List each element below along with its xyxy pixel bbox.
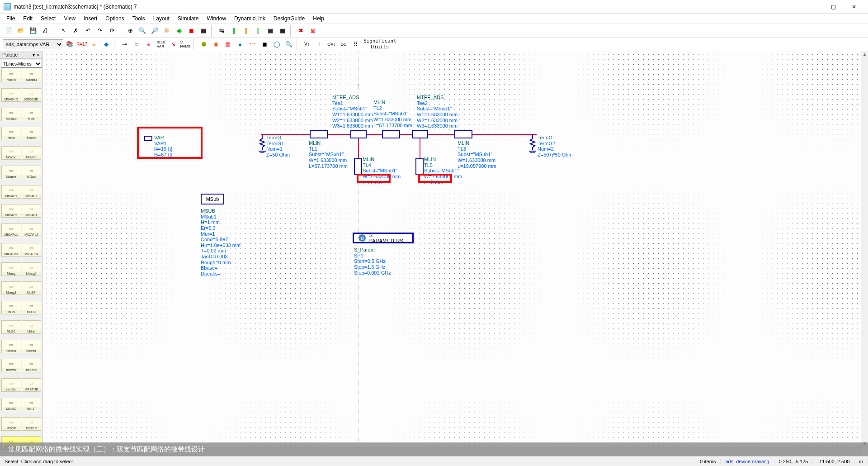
drc2-button[interactable]: ⊠ xyxy=(307,25,319,37)
msub-block[interactable]: MSUB MSub1 H=1 mmEr=5.3Mur=1Cond=5.8e7Hu… xyxy=(201,208,241,277)
palette-item-mloc[interactable]: ▭MLOC xyxy=(22,301,42,314)
close-button[interactable]: ✕ xyxy=(844,0,864,14)
print-button[interactable]: 🖨 xyxy=(39,25,51,37)
palette-item-mofil[interactable]: ▭Mofil xyxy=(22,108,42,121)
menu-layout[interactable]: Layout xyxy=(150,14,173,23)
undo-button[interactable]: ↶ xyxy=(82,25,94,37)
comp-box-tl3[interactable] xyxy=(454,130,472,138)
palette-item-rindsbr[interactable]: ▭rindsbr xyxy=(1,378,21,392)
component-combo[interactable]: ads_datacmps:VAR xyxy=(3,39,63,49)
palette-item-mrind[interactable]: ▭Mrind xyxy=(22,320,42,334)
palette-item-mlang6[interactable]: ▭Mlang6 xyxy=(22,262,42,276)
comp-box-tl5[interactable] xyxy=(415,158,424,175)
sim2-button[interactable]: ◉ xyxy=(210,38,222,50)
rotate-button[interactable]: ⟳ xyxy=(106,25,118,37)
palette-item-micapo4[interactable]: ▭MICAPo4 xyxy=(22,243,42,257)
palette-item-mclin[interactable]: ▭Mclin xyxy=(1,127,21,140)
zoom-fit2-button[interactable]: ◉ xyxy=(173,25,185,37)
var-icon[interactable] xyxy=(144,136,152,141)
palette-item-micapo1[interactable]: ▭MICAPo1 xyxy=(1,223,21,237)
sparam-header[interactable]: ✿ S-PARAMETERS xyxy=(353,233,414,243)
mtee2-block[interactable]: MTEE_ADS Tee2 Subst="MSub1"W1=1.633000 m… xyxy=(417,95,458,129)
sim3-button[interactable]: ▦ xyxy=(222,38,234,50)
wire-button[interactable]: ⊸ xyxy=(118,38,130,50)
gnd-button[interactable]: ⏚ xyxy=(143,38,155,50)
zoom-fit-button[interactable]: ⚙ xyxy=(161,25,173,37)
comp-box-tl1[interactable] xyxy=(310,130,328,138)
palette-item-mbstub[interactable]: ▭MBstub xyxy=(1,108,21,121)
sparam-block[interactable]: S_Param SP1 Start=0.5 GHzStop=1.5 GHzSte… xyxy=(354,247,391,276)
library-button[interactable]: 📚 xyxy=(64,38,75,50)
termg1-block[interactable]: TermG TermG1 Num=1Z=50 Ohm xyxy=(266,135,290,158)
palette-item-rindnbr[interactable]: ▭rindnbr xyxy=(22,340,42,353)
marker-pts-button[interactable]: ⠿ xyxy=(350,38,362,50)
new-button[interactable]: 📄 xyxy=(3,25,14,37)
comp-box-tl2[interactable] xyxy=(382,130,400,138)
marker-v-button[interactable]: V↕ xyxy=(301,38,313,50)
palette-item-rindelm[interactable]: ▭rindelm xyxy=(22,359,42,372)
marker-dc-button[interactable]: DC xyxy=(338,38,349,50)
menu-tools[interactable]: Tools xyxy=(129,14,149,23)
zoom-window-button[interactable]: ⊕ xyxy=(124,25,136,37)
termg1-symbol[interactable] xyxy=(258,135,267,153)
palette-menu-icon[interactable]: ▾ xyxy=(32,52,36,57)
maximize-button[interactable]: ▢ xyxy=(823,0,844,14)
palette-item-mlang[interactable]: ▭Mlang xyxy=(1,262,21,276)
mirror-button[interactable]: ↹ xyxy=(216,25,227,37)
palette-item-maclin[interactable]: ▭Maclin xyxy=(1,69,21,82)
menu-help[interactable]: Help xyxy=(309,14,328,23)
palette-item-micap2[interactable]: ▭MICAP2 xyxy=(22,185,42,199)
menu-options[interactable]: Options xyxy=(102,14,127,23)
pan-button[interactable]: ✗ xyxy=(70,25,81,37)
menu-simulate[interactable]: Simulate xyxy=(174,14,203,23)
grid-button[interactable]: ▦ xyxy=(198,25,209,37)
minimize-button[interactable]: — xyxy=(802,0,823,14)
sim6-button[interactable]: ◼ xyxy=(259,38,270,50)
sim7-button[interactable]: ◯ xyxy=(271,38,283,50)
palette-item-micapo2[interactable]: ▭MICAPo2 xyxy=(22,223,42,237)
palette-item-mlef[interactable]: ▭MLEF xyxy=(22,281,42,295)
menu-file[interactable]: File xyxy=(3,14,19,23)
palette-item-mrstub[interactable]: ▭MRSTUB xyxy=(22,378,42,392)
palette-item-mlsc[interactable]: ▭MLSC xyxy=(1,320,21,334)
palette-close-icon[interactable]: × xyxy=(36,52,40,57)
menu-edit[interactable]: Edit xyxy=(19,14,36,23)
status-layer[interactable]: ads_device:drawing xyxy=(721,459,774,464)
scroll-up-icon[interactable]: ▲ xyxy=(861,51,868,58)
tuning-button[interactable]: 🔍 xyxy=(283,38,295,50)
mirror2-button[interactable]: ‖ xyxy=(228,25,240,37)
palette-item-micap4[interactable]: ▭MICAP4 xyxy=(22,204,42,218)
zoom-in-button[interactable]: 🔍 xyxy=(137,25,148,37)
drc-button[interactable]: ✖ xyxy=(295,25,307,37)
palette-item-msind[interactable]: ▭MSIND xyxy=(1,398,21,411)
palette-item-mslit[interactable]: ▭MSLIT xyxy=(22,398,42,411)
menu-select[interactable]: Select xyxy=(37,14,59,23)
menu-dynamiclink[interactable]: DynamicLink xyxy=(231,14,269,23)
text-button[interactable]: ↘ xyxy=(167,38,179,50)
pan-button2[interactable]: ◼ xyxy=(185,25,197,37)
port-button[interactable]: ◆ xyxy=(100,38,112,50)
palette-item-mcroso[interactable]: ▭Mcroso xyxy=(1,146,21,160)
menu-window[interactable]: Window xyxy=(203,14,230,23)
palette-item-mlang8[interactable]: ▭Mlang8 xyxy=(1,281,21,295)
palette-item-mcorn[interactable]: ▭Mcorn xyxy=(22,127,42,140)
palette-item-mstep[interactable]: ▭MSTEP xyxy=(22,417,42,431)
schematic-canvas[interactable]: + VAR VAR1 l4=19 {t}l5=67 {t} MSub MSUB … xyxy=(43,51,861,447)
termg2-symbol[interactable] xyxy=(528,135,537,153)
palette-item-rindela[interactable]: ▭rindela xyxy=(1,340,21,353)
palette-item-mgap[interactable]: ▭MGap xyxy=(22,166,42,179)
menu-view[interactable]: View xyxy=(60,14,79,23)
sim5-button[interactable]: 〰 xyxy=(246,38,258,50)
palette-item-micapo3[interactable]: ▭MICAPo3 xyxy=(1,243,21,257)
open-button[interactable]: 📂 xyxy=(15,25,27,37)
sim4-button[interactable]: ▲ xyxy=(234,38,246,50)
marker-i-button[interactable]: ↕ xyxy=(313,38,325,50)
palette-item-mlin[interactable]: ▭MLIN xyxy=(1,301,21,314)
mirror3-button[interactable]: ‖ xyxy=(240,25,252,37)
palette-item-mcurve[interactable]: ▭Mcurve xyxy=(22,146,42,160)
palette-item-micap1[interactable]: ▭MICAP1 xyxy=(1,185,21,199)
comp-box-tl4[interactable] xyxy=(354,158,362,175)
menu-designguide[interactable]: DesignGuide xyxy=(270,14,308,23)
redo-button[interactable]: ↷ xyxy=(94,25,106,37)
comp-box-tee1[interactable] xyxy=(350,130,367,138)
